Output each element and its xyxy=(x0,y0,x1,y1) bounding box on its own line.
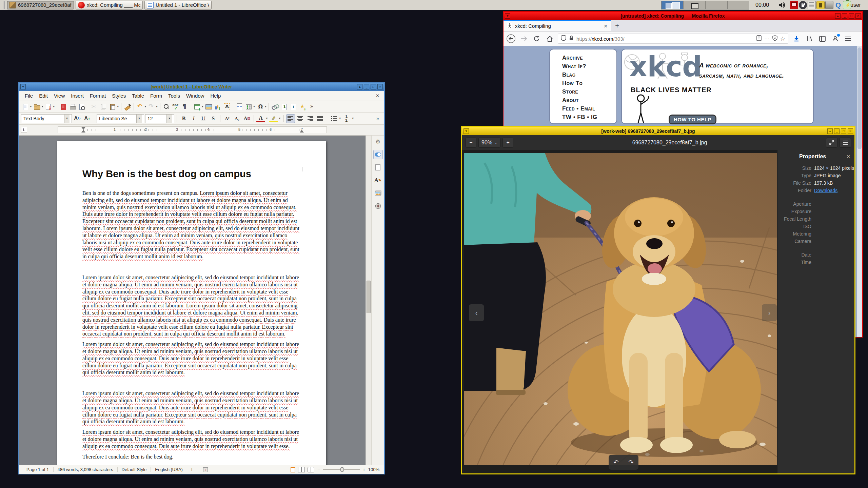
tab-stop-selector[interactable]: L xyxy=(21,127,27,133)
undo-dropdown[interactable]: ▼ xyxy=(144,105,147,108)
how-to-help-button[interactable]: HOW TO HELP xyxy=(669,115,716,124)
firefox-titlebar[interactable]: ▼ [untrusted] xkcd: Compiling __ Mozilla… xyxy=(504,12,862,20)
insert-textbox-button[interactable] xyxy=(222,102,231,111)
xkcd-logo[interactable]: xkcd xyxy=(629,53,702,81)
underline-button[interactable]: U xyxy=(199,114,208,123)
bold-button[interactable]: B xyxy=(179,114,188,123)
left-indent-marker[interactable] xyxy=(81,130,85,133)
document-page[interactable]: Why Ben is the best dog on campus Ben is… xyxy=(57,141,326,465)
menu-window[interactable]: Window xyxy=(183,92,207,100)
minimize-button[interactable]: _ xyxy=(364,84,369,89)
clear-formatting-button[interactable]: A xyxy=(242,114,251,123)
network-icon[interactable] xyxy=(790,1,798,9)
sidebar-styles-icon[interactable]: A✎ xyxy=(373,176,383,185)
xkcd-nav-link[interactable]: Blag xyxy=(562,70,616,79)
align-justified-button[interactable] xyxy=(316,114,324,123)
workspace-1[interactable] xyxy=(661,1,683,9)
insert-field-dropdown[interactable]: ▼ xyxy=(253,105,255,108)
align-left-button[interactable] xyxy=(286,114,295,123)
qubes-icon[interactable] xyxy=(834,1,842,9)
folder-link[interactable]: Downloads xyxy=(814,187,837,194)
menu-table[interactable]: Table xyxy=(129,92,147,100)
menu-file[interactable]: File xyxy=(22,92,36,100)
menu-view[interactable]: View xyxy=(51,92,68,100)
export-pdf-button[interactable] xyxy=(59,102,68,111)
writer-titlebar[interactable]: ▼ [work] Untitled 1 - LibreOffice Writer… xyxy=(19,83,384,91)
zoom-in-button[interactable]: + xyxy=(502,138,513,148)
close-button[interactable]: ✕ xyxy=(855,13,861,19)
firefox-scrollbar[interactable] xyxy=(857,46,862,337)
lock-icon[interactable] xyxy=(569,35,574,42)
save-dropdown[interactable]: ▼ xyxy=(53,105,55,108)
menu-help[interactable]: Help xyxy=(207,92,224,100)
url-text[interactable]: https://xkcd.com/303/ xyxy=(576,36,754,42)
paste-dropdown[interactable]: ▼ xyxy=(117,105,119,108)
menu-format[interactable]: Format xyxy=(87,92,109,100)
insert-table-button[interactable] xyxy=(193,102,202,111)
viewer-titlebar[interactable]: ▼ [work-web] 6968727080_29ecef8af7_b.jpg… xyxy=(462,127,854,135)
viewer-menu-button[interactable] xyxy=(840,138,851,148)
insert-field-button[interactable] xyxy=(244,102,253,111)
toolbar-more-button[interactable]: » xyxy=(373,114,382,123)
menu-insert[interactable]: Insert xyxy=(68,92,87,100)
maximize-button[interactable]: □ xyxy=(841,128,846,134)
zoom-out-icon[interactable]: − xyxy=(317,467,320,472)
next-image-button[interactable]: › xyxy=(762,304,777,321)
zoom-slider[interactable] xyxy=(323,469,360,470)
disk-icon[interactable] xyxy=(825,1,833,9)
strikethrough-button[interactable]: S xyxy=(209,114,218,123)
status-language[interactable]: English (USA) xyxy=(151,467,187,472)
bullet-list-dropdown[interactable]: ▼ xyxy=(339,117,341,120)
xkcd-nav-link[interactable]: TW • FB • IG xyxy=(562,113,616,121)
rotate-right-button[interactable]: ↷ xyxy=(628,459,634,466)
insert-bookmark-button[interactable] xyxy=(298,102,307,111)
pocket-icon[interactable] xyxy=(772,35,777,42)
horizontal-ruler[interactable]: 1234567 xyxy=(58,126,327,133)
rotate-left-button[interactable]: ↶ xyxy=(613,459,619,466)
superscript-button[interactable]: A² xyxy=(223,114,232,123)
properties-close-icon[interactable]: ✕ xyxy=(845,154,852,159)
insert-chart-button[interactable] xyxy=(213,102,222,111)
close-button[interactable]: ✕ xyxy=(377,84,383,89)
maximize-button[interactable]: □ xyxy=(371,84,376,89)
single-page-view-icon[interactable] xyxy=(291,467,295,472)
window-menu-button[interactable]: ▼ xyxy=(20,84,26,89)
menu-form[interactable]: Form xyxy=(147,92,165,100)
insert-footnote-button[interactable] xyxy=(280,102,289,111)
xkcd-nav-link[interactable]: Feed • Email xyxy=(562,104,616,113)
status-save-icon[interactable]: ↓ xyxy=(199,467,212,472)
shade-button[interactable]: ▲ xyxy=(827,128,833,134)
multi-page-view-icon[interactable] xyxy=(298,467,305,472)
zoom-out-button[interactable]: − xyxy=(466,138,476,148)
sidebar-navigator-icon[interactable] xyxy=(373,201,383,211)
downloads-button[interactable] xyxy=(792,34,801,43)
devices-icon[interactable] xyxy=(816,1,825,9)
workspace-4[interactable] xyxy=(727,1,749,9)
workspace-3[interactable] xyxy=(705,1,727,9)
clone-formatting-button[interactable] xyxy=(123,102,132,111)
paragraph-style-select[interactable]: Text Body▼ xyxy=(21,114,72,123)
home-button[interactable] xyxy=(545,34,554,43)
xkcd-nav-link[interactable]: Store xyxy=(562,87,616,96)
dog-photo[interactable] xyxy=(464,153,777,465)
numbered-list-dropdown[interactable]: ▼ xyxy=(352,117,354,120)
menu-styles[interactable]: Styles xyxy=(109,92,129,100)
reload-button[interactable] xyxy=(532,34,541,43)
spelling-button[interactable] xyxy=(171,102,180,111)
menu-edit[interactable]: Edit xyxy=(36,92,51,100)
clipboard-icon[interactable] xyxy=(808,1,816,9)
previous-image-button[interactable]: ‹ xyxy=(469,304,484,321)
align-right-button[interactable] xyxy=(306,114,315,123)
lock-icon[interactable] xyxy=(799,1,807,9)
xkcd-nav-link[interactable]: What If? xyxy=(562,62,616,70)
close-button[interactable]: ✕ xyxy=(848,128,853,134)
insert-hyperlink-button[interactable] xyxy=(271,102,279,111)
tab-close-icon[interactable]: ✕ xyxy=(604,23,608,29)
new-document-dropdown[interactable]: ▼ xyxy=(29,105,32,108)
volume-icon[interactable] xyxy=(778,1,786,10)
forward-button[interactable] xyxy=(519,34,529,43)
book-view-icon[interactable] xyxy=(308,467,314,472)
italic-button[interactable]: I xyxy=(189,114,198,123)
formatting-marks-button[interactable] xyxy=(180,102,189,111)
bullet-list-button[interactable] xyxy=(330,114,338,123)
